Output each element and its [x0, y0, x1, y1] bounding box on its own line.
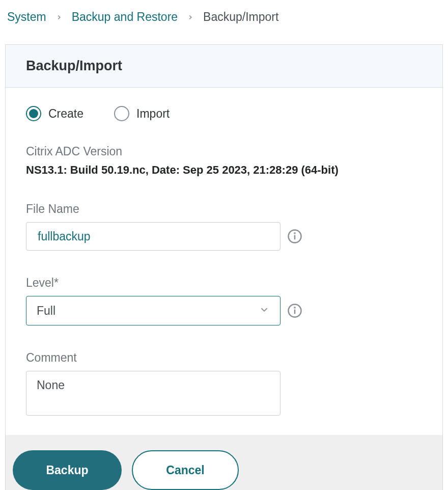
- level-select[interactable]: Full: [26, 296, 281, 325]
- radio-label-import: Import: [136, 107, 170, 121]
- radio-button-icon: [114, 106, 129, 121]
- level-label: Level*: [26, 276, 422, 290]
- svg-point-5: [294, 307, 295, 308]
- backup-button[interactable]: Backup: [13, 450, 122, 490]
- version-label: Citrix ADC Version: [26, 145, 422, 158]
- radio-import[interactable]: Import: [114, 106, 170, 121]
- breadcrumb-current: Backup/Import: [203, 10, 278, 24]
- chevron-down-icon: [259, 304, 270, 317]
- file-name-input[interactable]: [26, 222, 281, 251]
- panel-header: Backup/Import: [6, 45, 442, 88]
- info-icon[interactable]: [287, 303, 303, 319]
- breadcrumb-link-backup-restore[interactable]: Backup and Restore: [72, 10, 178, 24]
- panel-footer: Backup Cancel: [6, 435, 442, 490]
- breadcrumb: System Backup and Restore Backup/Import: [0, 0, 448, 34]
- version-block: Citrix ADC Version NS13.1: Build 50.19.n…: [26, 145, 422, 177]
- file-name-group: File Name: [26, 202, 422, 251]
- level-group: Level* Full: [26, 276, 422, 325]
- comment-textarea[interactable]: None: [26, 371, 281, 416]
- page-title: Backup/Import: [26, 58, 422, 74]
- file-name-label: File Name: [26, 202, 422, 216]
- cancel-button[interactable]: Cancel: [132, 450, 239, 490]
- panel-body: Create Import Citrix ADC Version NS13.1:…: [6, 88, 442, 435]
- chevron-right-icon: [55, 14, 63, 21]
- breadcrumb-link-system[interactable]: System: [7, 10, 46, 24]
- radio-create[interactable]: Create: [26, 106, 83, 121]
- backup-import-panel: Backup/Import Create Import Citrix ADC V…: [5, 44, 443, 490]
- radio-label-create: Create: [48, 107, 83, 121]
- comment-label: Comment: [26, 351, 422, 365]
- comment-group: Comment None: [26, 351, 422, 418]
- chevron-right-icon: [187, 14, 194, 21]
- svg-point-2: [294, 233, 295, 233]
- version-value: NS13.1: Build 50.19.nc, Date: Sep 25 202…: [26, 164, 422, 177]
- level-value: Full: [37, 304, 259, 318]
- info-icon[interactable]: [287, 228, 303, 244]
- radio-button-icon: [26, 106, 41, 121]
- mode-radio-group: Create Import: [26, 106, 422, 121]
